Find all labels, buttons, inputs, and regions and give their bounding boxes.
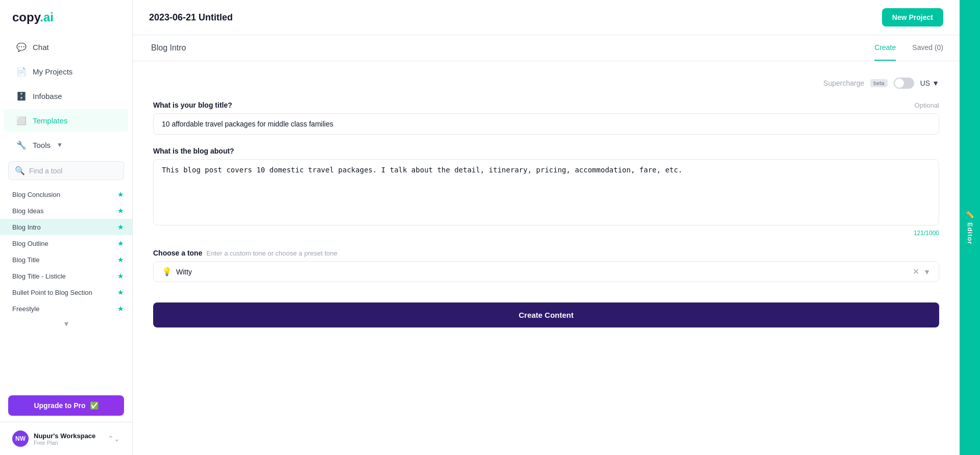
sidebar-item-templates[interactable]: ⬜ Templates: [4, 109, 128, 132]
workspace-chevron-icon[interactable]: ⌃⌄: [108, 435, 120, 443]
project-title: 2023-06-21 Untitled: [149, 12, 233, 23]
workspace-footer: NW Nupur's Workspace Free Plan ⌃⌄: [0, 422, 132, 455]
supercharge-toggle[interactable]: [894, 78, 914, 89]
tone-select[interactable]: 💡 Witty ✕ ▼: [153, 261, 939, 282]
tool-list-item-blog-outline[interactable]: Blog Outline ★: [0, 235, 132, 251]
tone-hint: Enter a custom tone or choose a preset t…: [206, 249, 337, 257]
tool-label: Blog Ideas: [12, 207, 43, 215]
optional-label: Optional: [915, 102, 939, 109]
supercharge-label: Supercharge: [823, 79, 864, 87]
sidebar-item-my-projects-label: My Projects: [33, 67, 72, 76]
star-icon: ★: [117, 272, 124, 280]
avatar: NW: [12, 431, 29, 447]
tool-list-item-blog-intro[interactable]: Blog Intro ★: [0, 219, 132, 235]
tool-label: Blog Title: [12, 256, 39, 264]
tool-list-item-blog-conclusion[interactable]: Blog Conclusion ★: [0, 186, 132, 203]
supercharge-bar: Supercharge beta US ▼: [153, 78, 939, 89]
tool-label: Freestyle: [12, 305, 39, 313]
char-count: 121/1000: [153, 230, 939, 237]
infobase-icon: 🗄️: [16, 91, 27, 101]
blog-about-form-group: What is the blog about? 121/1000: [153, 147, 939, 237]
blog-about-textarea[interactable]: [153, 159, 939, 225]
star-icon: ★: [117, 223, 124, 231]
tool-label: Blog Conclusion: [12, 191, 60, 198]
tone-form-group: Choose a tone Enter a custom tone or cho…: [153, 249, 939, 282]
tone-label-row: Choose a tone Enter a custom tone or cho…: [153, 249, 939, 257]
star-icon: ★: [117, 305, 124, 313]
tools-chevron-icon: ▼: [57, 141, 63, 148]
star-icon: ★: [117, 256, 124, 264]
editor-pen-icon: ✏️: [966, 210, 974, 219]
tone-emoji: 💡: [162, 267, 172, 276]
sidebar: copy.ai 💬 Chat 📄 My Projects 🗄️ Infobase…: [0, 0, 133, 455]
tool-search-container: 🔍: [8, 161, 124, 180]
tools-label: Tools: [33, 141, 51, 149]
sidebar-tools-item[interactable]: 🔧 Tools ▼: [4, 134, 128, 156]
workspace-plan: Free Plan: [34, 440, 95, 446]
tabbar: Blog Intro Create Saved (0): [133, 35, 960, 61]
new-project-button[interactable]: New Project: [882, 8, 943, 27]
tone-chevron-icon[interactable]: ▼: [923, 268, 930, 276]
create-content-button[interactable]: Create Content: [153, 302, 939, 327]
search-input[interactable]: [29, 167, 117, 175]
upgrade-to-pro-button[interactable]: Upgrade to Pro ✅: [8, 395, 124, 416]
workspace-name: Nupur's Workspace: [34, 432, 95, 440]
blog-about-label: What is the blog about?: [153, 147, 939, 155]
blog-title-label-row: What is your blog title? Optional: [153, 101, 939, 109]
content-area: Supercharge beta US ▼ What is your blog …: [133, 61, 960, 455]
logo: copy.ai: [0, 0, 132, 35]
search-icon: 🔍: [15, 166, 25, 175]
tool-name-tab: Blog Intro: [149, 35, 188, 61]
upgrade-icon: ✅: [90, 401, 99, 410]
tool-list-item-blog-title[interactable]: Blog Title ★: [0, 251, 132, 268]
sidebar-item-templates-label: Templates: [33, 116, 67, 125]
tools-icon: 🔧: [16, 140, 27, 150]
blog-title-input[interactable]: [153, 113, 939, 135]
editor-label: ✏️ Editor: [966, 210, 974, 245]
tool-list: Blog Conclusion ★ Blog Ideas ★ Blog Intr…: [0, 184, 132, 389]
tabbar-left: Blog Intro: [149, 35, 188, 61]
projects-icon: 📄: [16, 66, 27, 77]
sidebar-item-chat[interactable]: 💬 Chat: [4, 36, 128, 58]
star-icon: ★: [117, 288, 124, 296]
tool-label: Blog Intro: [12, 223, 41, 231]
chat-icon: 💬: [16, 42, 27, 52]
sidebar-item-infobase-label: Infobase: [33, 92, 62, 100]
main-content: 2023-06-21 Untitled New Project Blog Int…: [133, 0, 960, 455]
tool-list-item-freestyle[interactable]: Freestyle ★: [0, 300, 132, 317]
editor-sidebar[interactable]: ✏️ Editor: [960, 0, 980, 455]
tone-label: Choose a tone: [153, 249, 202, 257]
tone-value: Witty: [176, 268, 909, 276]
tone-actions: ✕ ▼: [913, 267, 930, 276]
blog-title-label: What is your blog title?: [153, 101, 232, 109]
sidebar-item-my-projects[interactable]: 📄 My Projects: [4, 60, 128, 83]
tabs: Create Saved (0): [874, 35, 943, 61]
templates-icon: ⬜: [16, 115, 27, 125]
star-icon: ★: [117, 190, 124, 198]
upgrade-label: Upgrade to Pro: [34, 401, 85, 410]
tool-list-item-blog-ideas[interactable]: Blog Ideas ★: [0, 203, 132, 219]
tool-list-item-blog-title-listicle[interactable]: Blog Title - Listicle ★: [0, 268, 132, 284]
beta-badge: beta: [870, 79, 887, 87]
tool-label: Bullet Point to Blog Section: [12, 289, 92, 296]
star-icon: ★: [117, 207, 124, 215]
workspace-details: Nupur's Workspace Free Plan: [34, 432, 95, 446]
topbar: 2023-06-21 Untitled New Project: [133, 0, 960, 35]
tool-label: Blog Outline: [12, 240, 48, 247]
star-icon: ★: [117, 239, 124, 247]
language-select[interactable]: US ▼: [920, 79, 939, 87]
sidebar-item-chat-label: Chat: [33, 43, 49, 52]
scroll-down-icon: ▾: [64, 319, 68, 328]
sidebar-item-infobase[interactable]: 🗄️ Infobase: [4, 85, 128, 107]
workspace-info: NW Nupur's Workspace Free Plan: [12, 431, 95, 447]
tone-clear-button[interactable]: ✕: [913, 267, 919, 276]
tab-saved[interactable]: Saved (0): [912, 35, 943, 61]
lang-chevron-icon: ▼: [932, 79, 939, 87]
blog-title-form-group: What is your blog title? Optional: [153, 101, 939, 135]
tool-list-item-bullet-point[interactable]: Bullet Point to Blog Section ★: [0, 284, 132, 300]
tool-label: Blog Title - Listicle: [12, 272, 66, 280]
tab-create[interactable]: Create: [874, 35, 896, 61]
lang-label: US: [920, 79, 930, 87]
